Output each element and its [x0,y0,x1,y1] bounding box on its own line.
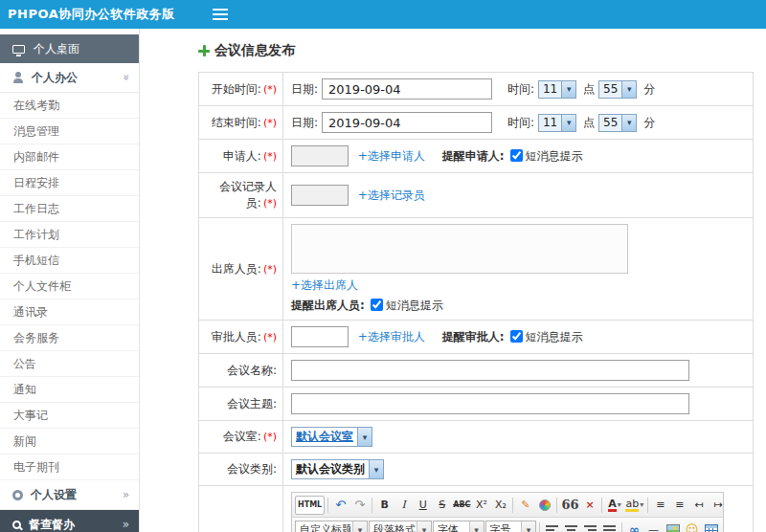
sidebar-item-desktop[interactable]: 个人桌面 [0,34,139,63]
select-approver-link[interactable]: +选择审批人 [358,330,425,344]
highlight-glyph: ab [625,499,639,512]
field-label: 会议室: [223,430,261,443]
palette-icon [539,499,551,511]
applicant-sms-checkbox[interactable] [510,149,523,162]
sidebar-item[interactable]: 大事记 [0,403,139,429]
topbar: PHPOA协同办公软件政务版 [0,0,766,29]
insert-table-button[interactable] [702,521,720,532]
end-minute-select[interactable]: 55▾ [598,114,637,132]
meeting-name-input[interactable] [291,360,689,381]
field-label: 开始时间: [212,82,261,96]
image-icon [666,524,680,532]
required-marker: (*) [263,331,277,344]
form-row-start-time: 开始时间:(*) 日期: 时间:11▾ 点55▾ 分 [199,73,754,106]
dropdown-arrow-icon: ▾ [417,521,431,532]
sidebar-item[interactable]: 日程安排 [0,170,139,196]
sidebar-group-office[interactable]: 个人办公 » [0,63,139,93]
sidebar-group-supervision[interactable]: 督查督办 » [0,510,139,532]
insert-link-button[interactable]: ∞ [625,521,643,532]
attendees-sms-checkbox[interactable] [371,299,383,311]
sidebar-item[interactable]: 在线考勤 [0,93,139,119]
field-value-cell: 日期: 时间:11▾ 点55▾ 分 [283,73,754,106]
sidebar-item[interactable]: 消息管理 [0,119,139,144]
start-date-input[interactable] [322,78,492,100]
font-size-select[interactable]: 字号▾ [485,521,537,532]
pen-button[interactable]: ✎ [516,496,534,515]
attendees-textarea[interactable] [291,224,628,274]
align-right-button[interactable] [581,521,599,532]
redo-button[interactable]: ↷ [350,496,369,515]
underline-button[interactable]: U [414,496,432,515]
indent-button[interactable]: ↦ [709,496,723,515]
dropdown-arrow-icon: ▾ [621,81,636,98]
blockquote-button[interactable]: 66 [560,496,579,515]
bold-button[interactable]: B [375,496,394,515]
meeting-room-select[interactable]: 默认会议室▾ [291,427,372,447]
sidebar-item[interactable]: 电子期刊 [0,454,139,480]
horizontal-rule-button[interactable]: — [644,521,663,532]
sidebar-item-label: 个人桌面 [34,41,79,57]
sidebar-item[interactable]: 手机短信 [0,248,139,274]
sidebar-item[interactable]: 公告 [0,351,139,377]
sidebar-item[interactable]: 内部邮件 [0,144,139,170]
meeting-category-select[interactable]: 默认会议类别▾ [291,459,384,479]
paragraph-format-select[interactable]: 段落格式▾ [369,521,432,532]
align-center-icon [565,525,577,532]
start-hour-select[interactable]: 11▾ [538,80,576,99]
sidebar-item[interactable]: 工作计划 [0,222,139,248]
sidebar-item[interactable]: 通知 [0,377,139,403]
rich-text-editor: HTML ↶ ↷ B I U S ABC X² X₂ ✎ [291,492,724,532]
toolbar-separator [327,498,328,513]
field-label-cell: 审批人员:(*) [199,321,283,354]
end-date-input[interactable] [322,112,492,133]
sidebar-item[interactable]: 工作日志 [0,196,139,222]
page-title: 会议信息发布 [214,42,295,59]
unordered-list-button[interactable]: ≡ [670,496,688,515]
sidebar-item[interactable]: 个人文件柜 [0,274,139,299]
sidebar-item[interactable]: 会务服务 [0,325,139,351]
align-left-icon [546,525,558,532]
undo-button[interactable]: ↶ [331,496,349,515]
emoticon-button[interactable]: ☺ [683,521,701,532]
hamburger-menu-icon[interactable] [208,2,233,27]
font-family-select[interactable]: 字体▾ [433,521,484,532]
clear-button[interactable]: × [580,496,598,515]
align-justify-button[interactable] [600,521,619,532]
italic-button[interactable]: I [394,496,413,515]
insert-image-button[interactable] [664,521,682,532]
highlight-color-button[interactable]: ab▾ [624,496,644,515]
strikethrough-button[interactable]: S [433,496,451,515]
remind-attendees-label: 提醒出席人员: [291,299,365,312]
sidebar-item[interactable]: 通讯录 [0,299,139,325]
start-minute-select[interactable]: 55▾ [598,80,637,99]
recorder-input[interactable] [291,185,349,206]
approver-input[interactable] [291,326,349,347]
color-palette-button[interactable] [535,496,553,515]
select-value: 55 [599,81,621,98]
sidebar-item[interactable]: 新闻 [0,429,139,454]
remove-format-button[interactable]: ABC [452,496,471,515]
sidebar-group-settings[interactable]: 个人设置 » [0,480,139,510]
applicant-input[interactable] [291,145,349,166]
superscript-button[interactable]: X² [472,496,490,515]
approver-sms-checkbox[interactable] [510,330,523,343]
field-label: 出席人员: [212,262,261,276]
select-attendees-link[interactable]: +选择出席人 [291,278,358,292]
select-applicant-link[interactable]: +选择申请人 [358,149,425,163]
select-recorder-link[interactable]: +选择记录员 [358,188,425,202]
form-row-end-time: 结束时间:(*) 日期: 时间:11▾ 点55▾ 分 [199,106,754,140]
align-left-button[interactable] [543,521,561,532]
outdent-button[interactable]: ↤ [689,496,708,515]
heading-style-select[interactable]: 自定义标题▾ [295,521,368,532]
field-value-cell: HTML ↶ ↷ B I U S ABC X² X₂ ✎ [283,486,754,532]
ordered-list-button[interactable]: ≡ [651,496,669,515]
sidebar: 个人桌面 个人办公 » 在线考勤 消息管理 内部邮件 日程安排 工作日志 工作计… [0,29,140,532]
source-code-button[interactable]: HTML [295,496,325,515]
align-center-button[interactable] [562,521,580,532]
end-hour-select[interactable]: 11▾ [538,114,576,132]
subscript-button[interactable]: X₂ [491,496,509,515]
font-color-button[interactable]: A▾ [605,496,623,515]
minute-unit: 分 [643,116,655,129]
chevron-down-icon: » [119,74,132,80]
meeting-subject-input[interactable] [291,393,689,414]
